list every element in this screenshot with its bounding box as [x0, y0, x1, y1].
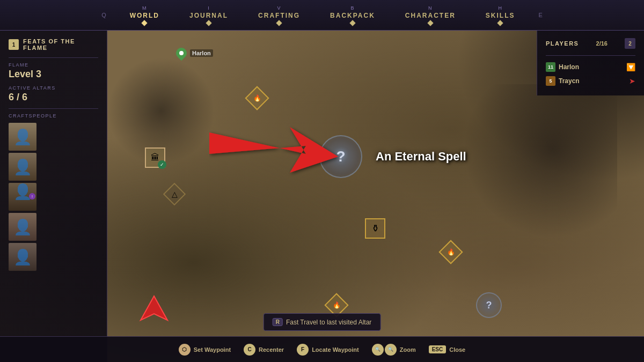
building-icon: 🏛 [151, 153, 159, 162]
craftsperson-5[interactable] [9, 243, 36, 271]
tooltip-message: Fast Travel to last visited Altar [286, 319, 371, 326]
nav-side-key-q[interactable]: Q [93, 12, 115, 18]
fog-overlay-center-right [456, 84, 617, 245]
nav-item-backpack[interactable]: B BACKPACK [315, 2, 390, 28]
action-recenter: C Recenter [244, 344, 284, 356]
flame-marker-top[interactable] [248, 90, 266, 107]
player-harlon-name: Harlon [559, 63, 579, 71]
action-close: ESC Close [429, 345, 466, 353]
nav-diamond-skills [497, 20, 503, 26]
nav-label-character: CHARACTER [405, 12, 456, 19]
nav-diamond-world [142, 20, 148, 26]
player-traycn-name: Traycn [559, 77, 580, 85]
flame-marker-right-icon [438, 240, 463, 264]
craftspeople-list: ! [9, 123, 98, 271]
building-marker[interactable]: 🏛 ✓ [145, 147, 165, 168]
divider-2 [9, 108, 98, 109]
players-count: 2/16 [596, 40, 608, 47]
harlon-label: Harlon [190, 49, 213, 57]
nav-item-world[interactable]: M WORLD [115, 2, 174, 28]
right-panel: PLAYERS 2/16 2 11 Harlon 🔽 5 Traycn ➤ [537, 31, 644, 95]
eternal-spell-label: An Eternal Spell [376, 150, 466, 164]
player-harlon-info: 11 Harlon [546, 62, 579, 72]
svg-marker-0 [209, 127, 338, 173]
close-key-icon: ESC [429, 345, 447, 353]
close-label: Close [449, 346, 465, 353]
craftsperson-1-face [9, 123, 36, 151]
harlon-dot-icon [174, 46, 189, 61]
craftsperson-2-face [9, 153, 36, 181]
nav-item-crafting[interactable]: V CRAFTING [243, 2, 315, 28]
craftsperson-3-badge: ! [29, 193, 35, 200]
bottom-bar: ⬡ Set Waypoint C Recenter F Locate Waypo… [0, 336, 644, 362]
player-harlon-level: 11 [546, 62, 555, 72]
action-zoom: 🔍 🔍 Zoom [372, 344, 416, 356]
altars-value: 6 / 6 [9, 92, 98, 103]
action-waypoint: ⬡ Set Waypoint [179, 344, 231, 356]
altar-marker[interactable]: ⚱ [365, 218, 385, 239]
quest-circle-small[interactable]: ? [476, 292, 502, 318]
nav-diamond-backpack [349, 20, 355, 26]
svg-marker-1 [141, 296, 167, 320]
top-navigation: Q M WORLD I JOURNAL V CRAFTING B BACKPAC… [0, 0, 644, 31]
player-row-harlon: 11 Harlon 🔽 [546, 60, 635, 74]
red-arrow-indicator [209, 111, 349, 181]
nav-label-skills: SKILLS [486, 12, 515, 19]
player-traycn-info: 5 Traycn [546, 76, 580, 86]
altars-label: ACTIVE ALTARS [9, 85, 98, 91]
nav-diamond-journal [206, 20, 211, 26]
left-panel: 1 FEATS OF THE FLAME FLAME Level 3 ACTIV… [0, 31, 107, 362]
flame-marker-bottom[interactable] [328, 297, 345, 314]
nav-hotkey-crafting: V [277, 5, 281, 11]
quest-number: 1 [9, 39, 19, 50]
nav-hotkey-character: N [428, 5, 433, 11]
craftspeople-label: CRAFTSPEOPLE [9, 113, 98, 119]
nav-hotkey-backpack: B [350, 5, 354, 11]
nav-item-skills[interactable]: H SKILLS [471, 2, 530, 28]
nav-label-world: WORLD [130, 12, 159, 19]
divider-1 [9, 57, 98, 58]
nav-label-journal: JOURNAL [189, 12, 228, 19]
players-divider [546, 55, 635, 56]
tooltip-bar: R Fast Travel to last visited Altar [264, 313, 381, 331]
flame-label: FLAME [9, 62, 98, 68]
flame-marker-top-icon [245, 86, 269, 110]
waypoint-label: Set Waypoint [194, 346, 231, 353]
player-row-traycn: 5 Traycn ➤ [546, 74, 635, 88]
craftsperson-1[interactable] [9, 123, 36, 151]
locate-key-icon: F [297, 344, 309, 356]
zoom-key-2: 🔍 [385, 344, 397, 356]
craftsperson-3[interactable]: ! [9, 183, 36, 211]
recenter-key-icon: C [244, 344, 255, 356]
nav-hotkey-skills: H [498, 5, 502, 11]
nav-item-journal[interactable]: I JOURNAL [174, 2, 243, 28]
action-locate: F Locate Waypoint [297, 344, 359, 356]
locate-label: Locate Waypoint [312, 346, 359, 353]
check-badge: ✓ [158, 160, 166, 169]
players-badge: 2 [625, 38, 635, 49]
craftsperson-4[interactable] [9, 213, 36, 241]
nav-items: Q M WORLD I JOURNAL V CRAFTING B BACKPAC… [93, 2, 551, 28]
player-traycn-level: 5 [546, 76, 555, 86]
nav-diamond-character [427, 20, 433, 26]
flame-value: Level 3 [9, 69, 98, 80]
nav-label-crafting: CRAFTING [258, 12, 300, 19]
panel-title: 1 FEATS OF THE FLAME [9, 38, 98, 51]
harlon-marker: Harlon [176, 48, 213, 58]
tooltip-text: R Fast Travel to last visited Altar [273, 318, 372, 326]
player-harlon-status: 🔽 [626, 63, 635, 71]
craftsperson-2[interactable] [9, 153, 36, 181]
zoom-label: Zoom [400, 346, 416, 353]
nav-item-character[interactable]: N CHARACTER [390, 2, 471, 28]
craftsperson-3-face: ! [9, 183, 36, 201]
nav-side-key-e[interactable]: E [530, 12, 551, 18]
tooltip-key: R [273, 318, 283, 326]
flame-marker-right[interactable] [442, 243, 459, 261]
zoom-key-icons: 🔍 🔍 [372, 344, 397, 356]
zoom-key-1: 🔍 [372, 344, 384, 356]
nav-hotkey-journal: I [208, 5, 210, 11]
nav-diamond-crafting [276, 20, 282, 26]
altar-icon: ⚱ [371, 223, 379, 234]
quest-question-small: ? [486, 300, 492, 311]
quest-title: FEATS OF THE FLAME [23, 38, 98, 51]
